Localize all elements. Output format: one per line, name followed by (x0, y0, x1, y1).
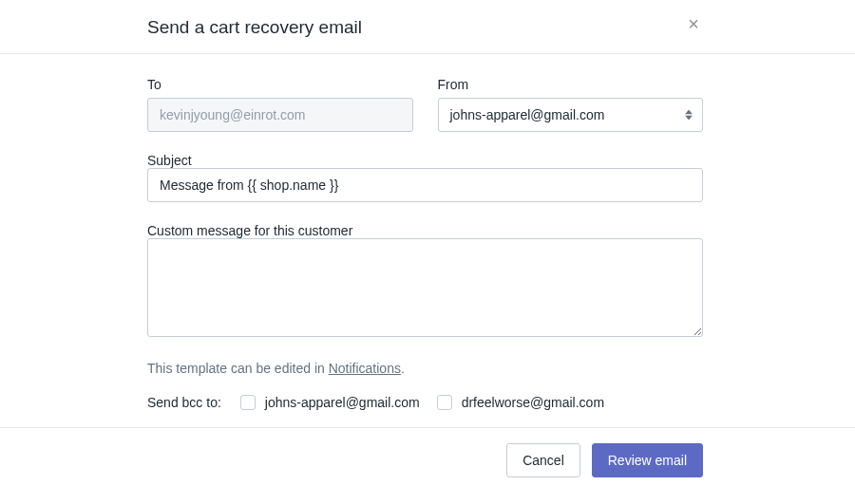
helper-text: This template can be edited in Notificat… (147, 361, 703, 376)
bcc-label: Send bcc to: (147, 395, 221, 410)
message-textarea[interactable] (147, 238, 703, 337)
modal-header: Send a cart recovery email × (0, 0, 855, 54)
bcc-option-1[interactable]: johns-apparel@gmail.com (240, 395, 420, 410)
bcc-option-2[interactable]: drfeelworse@gmail.com (437, 395, 604, 410)
bcc-email-1: johns-apparel@gmail.com (265, 395, 420, 410)
bcc-email-2: drfeelworse@gmail.com (462, 395, 604, 410)
modal-title: Send a cart recovery email (147, 17, 362, 38)
close-icon[interactable]: × (684, 14, 703, 33)
review-email-button[interactable]: Review email (592, 443, 703, 477)
modal-body: To From johns-apparel@gmail.com Subject … (0, 54, 855, 428)
bcc-row: Send bcc to: johns-apparel@gmail.com drf… (147, 395, 703, 410)
chevron-updown-icon (685, 110, 693, 121)
checkbox-icon (240, 395, 256, 410)
from-select-value: johns-apparel@gmail.com (450, 107, 605, 122)
message-label: Custom message for this customer (147, 223, 352, 238)
subject-input[interactable] (147, 168, 703, 202)
from-select[interactable]: johns-apparel@gmail.com (438, 98, 704, 132)
notifications-link[interactable]: Notifications (329, 361, 401, 376)
checkbox-icon (437, 395, 452, 410)
to-input (147, 98, 413, 132)
cancel-button[interactable]: Cancel (506, 443, 580, 477)
subject-label: Subject (147, 153, 192, 168)
modal-footer: Cancel Review email (0, 428, 855, 493)
from-label: From (438, 77, 704, 92)
cart-recovery-email-modal: Send a cart recovery email × To From joh… (0, 0, 855, 493)
to-label: To (147, 77, 413, 92)
